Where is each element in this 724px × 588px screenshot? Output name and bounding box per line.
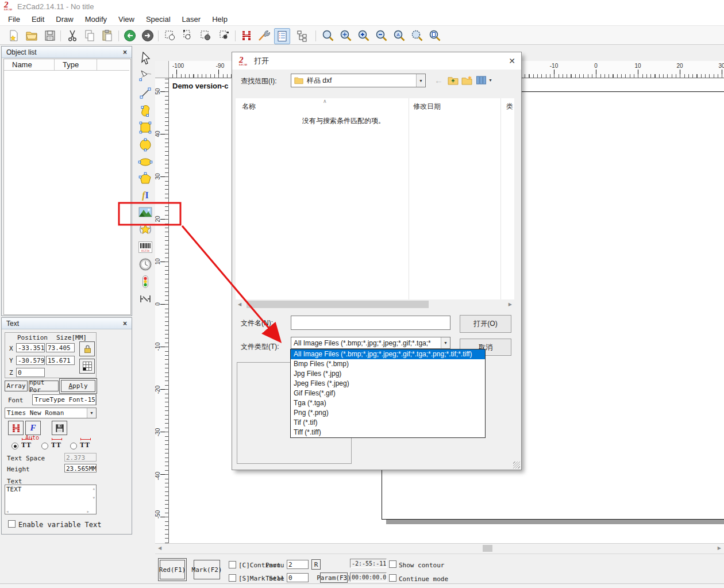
menu-laser[interactable]: Laser <box>176 14 207 25</box>
copy-icon[interactable] <box>82 28 97 43</box>
save-text-button[interactable] <box>52 421 67 435</box>
scroll-down-icon[interactable]: ▼ <box>93 495 95 499</box>
dialog-titlebar[interactable]: 2EZCAD 打开 ✕ <box>232 52 521 70</box>
text-tool[interactable]: fI <box>137 187 154 203</box>
node-delete-icon[interactable] <box>198 28 213 43</box>
node-combine-icon[interactable] <box>217 28 232 43</box>
scrollbar-thumb[interactable] <box>247 301 429 308</box>
chevron-down-icon[interactable]: ▼ <box>441 337 450 348</box>
mark-structure-icon[interactable] <box>295 28 310 43</box>
zoom-in-icon[interactable] <box>356 28 371 43</box>
menu-help[interactable]: Help <box>206 14 233 25</box>
font-type-select[interactable]: TrueType Font-15 ▼ <box>32 394 97 405</box>
text-content-area[interactable]: TEXT ▲ ▼ ◀ ▶ <box>5 485 97 514</box>
line-tool[interactable] <box>137 85 154 101</box>
hatch-icon[interactable] <box>239 28 254 43</box>
resize-grip[interactable] <box>513 462 520 468</box>
scroll-left-icon[interactable]: ◀ <box>238 302 241 307</box>
column-divider[interactable] <box>409 98 409 299</box>
type-column-header[interactable]: 类 <box>506 102 513 112</box>
system-parameters-icon[interactable] <box>256 28 271 43</box>
anchor-point-button[interactable] <box>79 359 95 374</box>
x-size-field[interactable]: 73.405 <box>46 343 75 352</box>
array-tab-button[interactable]: Array <box>5 381 28 391</box>
width-space-radio[interactable] <box>70 443 77 449</box>
char-space-radio[interactable] <box>41 443 48 449</box>
file-type-option[interactable]: Tiff (*.tiff) <box>291 428 485 437</box>
delay-tool[interactable] <box>137 256 154 272</box>
canvas-horizontal-scrollbar[interactable]: ◀ ▶ <box>155 543 724 553</box>
circle-tool[interactable] <box>137 137 154 153</box>
close-icon[interactable]: × <box>123 48 127 56</box>
file-type-option[interactable]: Gif Files(*.gif) <box>291 389 485 398</box>
input-port-tab-button[interactable]: nput Por <box>29 381 59 391</box>
param-button[interactable]: Param(F3) <box>320 572 348 583</box>
file-list-scrollbar[interactable]: ◀ ▶ <box>236 299 514 309</box>
menu-modify[interactable]: Modify <box>79 14 113 25</box>
mark-selected-checkbox[interactable] <box>229 574 236 582</box>
menu-file[interactable]: File <box>2 14 26 25</box>
column-header-extra[interactable] <box>97 59 129 71</box>
menu-view[interactable]: View <box>113 14 140 25</box>
polygon-tool[interactable] <box>137 171 154 187</box>
scroll-right-icon[interactable]: ▶ <box>509 302 512 307</box>
auto-space-radio[interactable] <box>11 443 18 449</box>
lock-size-button[interactable] <box>79 341 95 356</box>
file-type-select[interactable]: All Image Files (*.bmp;*.jpg;*.jpeg;*.gi… <box>291 337 450 349</box>
file-type-option[interactable]: All Image Files (*.bmp;*.jpg;*.jpeg;*.gi… <box>291 349 485 359</box>
file-type-option[interactable]: Bmp Files (*.bmp) <box>291 359 485 369</box>
paste-icon[interactable] <box>100 28 115 43</box>
new-folder-icon[interactable] <box>461 75 472 87</box>
scroll-left-icon[interactable]: ◀ <box>158 545 161 551</box>
reset-count-button[interactable]: R <box>311 559 321 570</box>
axis-tool[interactable] <box>137 291 154 307</box>
rectangle-tool[interactable] <box>137 120 154 136</box>
font-style-button[interactable]: F <box>25 421 41 435</box>
object-list-toggle-icon[interactable] <box>274 28 290 44</box>
continuous-checkbox[interactable] <box>229 561 236 568</box>
menu-special[interactable]: Special <box>140 14 176 25</box>
red-light-button[interactable]: Red(F1) <box>160 560 185 579</box>
select-tool[interactable] <box>137 51 154 67</box>
scrollbar-thumb[interactable] <box>483 545 492 552</box>
y-position-field[interactable]: -30.579 <box>16 356 45 365</box>
date-column-header[interactable]: 修改日期 <box>413 102 441 112</box>
zoom-out-icon[interactable] <box>374 28 389 43</box>
up-folder-icon[interactable] <box>448 75 459 87</box>
node-select-icon[interactable] <box>163 28 178 43</box>
open-button[interactable]: 打开(O) <box>460 315 511 333</box>
hatch-text-button[interactable] <box>8 421 24 435</box>
close-icon[interactable]: ✕ <box>509 56 515 66</box>
close-icon[interactable]: × <box>123 320 127 328</box>
scroll-right-icon[interactable]: ▶ <box>87 509 89 513</box>
file-type-option[interactable]: Png (*.png) <box>291 408 485 418</box>
bitmap-tool[interactable] <box>137 204 154 220</box>
open-file-icon[interactable] <box>24 28 39 43</box>
node-add-icon[interactable] <box>180 28 195 43</box>
undo-icon[interactable] <box>122 28 137 43</box>
total-count-field[interactable]: 0 <box>287 573 309 582</box>
continue-mode-checkbox[interactable] <box>389 574 396 582</box>
zoom-window-icon[interactable] <box>321 28 336 43</box>
ellipse-tool[interactable] <box>137 154 154 170</box>
curve-tool[interactable] <box>137 102 154 118</box>
look-in-select[interactable]: 样品 dxf ▼ <box>291 74 426 87</box>
name-column-header[interactable]: 名称 <box>242 102 256 112</box>
column-divider[interactable] <box>500 98 501 299</box>
new-document-icon[interactable] <box>6 28 21 43</box>
column-header-type[interactable]: Type <box>55 59 97 71</box>
save-icon[interactable] <box>43 28 57 43</box>
zoom-all-icon[interactable]: A <box>392 28 407 43</box>
node-edit-tool[interactable] <box>137 68 154 84</box>
view-menu-icon[interactable]: ▼ <box>476 75 492 85</box>
file-name-input[interactable] <box>291 316 450 330</box>
chevron-down-icon[interactable]: ▼ <box>87 408 96 418</box>
menu-draw[interactable]: Draw <box>50 14 79 25</box>
height-field[interactable]: 23.565MM <box>64 464 97 472</box>
redo-icon[interactable] <box>140 28 155 43</box>
cut-icon[interactable] <box>65 28 80 43</box>
scroll-left-icon[interactable]: ◀ <box>6 509 9 513</box>
file-type-option[interactable]: Jpeg Files (*.jpeg) <box>291 379 485 389</box>
chevron-down-icon[interactable]: ▼ <box>416 74 425 87</box>
part-count-field[interactable]: 2 <box>287 560 309 569</box>
